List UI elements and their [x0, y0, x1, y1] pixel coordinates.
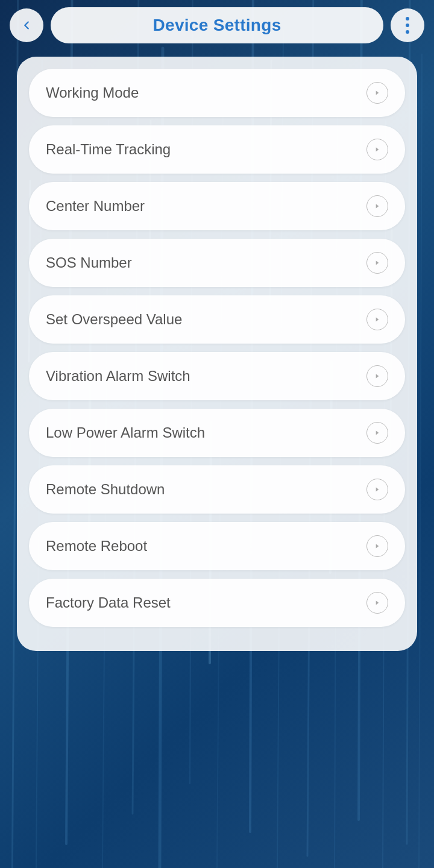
svg-marker-27: [376, 318, 379, 322]
svg-marker-32: [376, 601, 379, 605]
setting-item-low-power-alarm-switch[interactable]: Low Power Alarm Switch: [29, 409, 405, 457]
chevron-right-icon-working-mode: [366, 82, 388, 104]
setting-item-remote-shutdown[interactable]: Remote Shutdown: [29, 465, 405, 514]
svg-marker-26: [376, 261, 379, 265]
svg-marker-23: [376, 91, 379, 95]
setting-label-real-time-tracking: Real-Time Tracking: [46, 141, 171, 158]
svg-marker-24: [376, 148, 379, 152]
chevron-right-icon-factory-data-reset: [366, 592, 388, 614]
title-bar: Device Settings: [51, 7, 383, 43]
setting-label-low-power-alarm-switch: Low Power Alarm Switch: [46, 424, 205, 441]
setting-label-sos-number: SOS Number: [46, 254, 132, 271]
setting-label-set-overspeed-value: Set Overspeed Value: [46, 311, 182, 328]
svg-marker-25: [376, 204, 379, 209]
chevron-right-icon-real-time-tracking: [366, 139, 388, 160]
page-title: Device Settings: [153, 16, 281, 34]
settings-card: Working Mode Real-Time Tracking Center N…: [17, 57, 417, 651]
svg-marker-28: [376, 374, 379, 379]
setting-item-vibration-alarm-switch[interactable]: Vibration Alarm Switch: [29, 352, 405, 400]
svg-marker-31: [376, 544, 379, 549]
setting-item-remote-reboot[interactable]: Remote Reboot: [29, 522, 405, 570]
back-button[interactable]: [10, 8, 43, 42]
setting-item-factory-data-reset[interactable]: Factory Data Reset: [29, 579, 405, 627]
setting-label-vibration-alarm-switch: Vibration Alarm Switch: [46, 368, 190, 385]
setting-item-set-overspeed-value[interactable]: Set Overspeed Value: [29, 295, 405, 344]
svg-marker-29: [376, 431, 379, 435]
setting-label-working-mode: Working Mode: [46, 84, 139, 101]
setting-label-factory-data-reset: Factory Data Reset: [46, 594, 171, 611]
setting-item-center-number[interactable]: Center Number: [29, 182, 405, 230]
setting-label-remote-reboot: Remote Reboot: [46, 538, 147, 555]
more-options-button[interactable]: [391, 8, 424, 42]
chevron-right-icon-sos-number: [366, 252, 388, 274]
settings-list: Working Mode Real-Time Tracking Center N…: [29, 69, 405, 627]
header: Device Settings: [0, 0, 434, 51]
menu-dot-3: [406, 30, 409, 34]
chevron-right-icon-center-number: [366, 195, 388, 217]
chevron-right-icon-set-overspeed-value: [366, 309, 388, 330]
setting-label-remote-shutdown: Remote Shutdown: [46, 481, 165, 498]
chevron-right-icon-low-power-alarm-switch: [366, 422, 388, 444]
setting-item-working-mode[interactable]: Working Mode: [29, 69, 405, 117]
setting-item-real-time-tracking[interactable]: Real-Time Tracking: [29, 125, 405, 174]
svg-marker-30: [376, 488, 379, 492]
svg-line-15: [419, 54, 422, 868]
menu-dot-2: [406, 24, 409, 27]
chevron-right-icon-remote-reboot: [366, 535, 388, 557]
setting-item-sos-number[interactable]: SOS Number: [29, 239, 405, 287]
setting-label-center-number: Center Number: [46, 198, 145, 215]
back-icon: [20, 19, 33, 32]
chevron-right-icon-remote-shutdown: [366, 479, 388, 500]
chevron-right-icon-vibration-alarm-switch: [366, 365, 388, 387]
menu-dot-1: [406, 17, 409, 20]
